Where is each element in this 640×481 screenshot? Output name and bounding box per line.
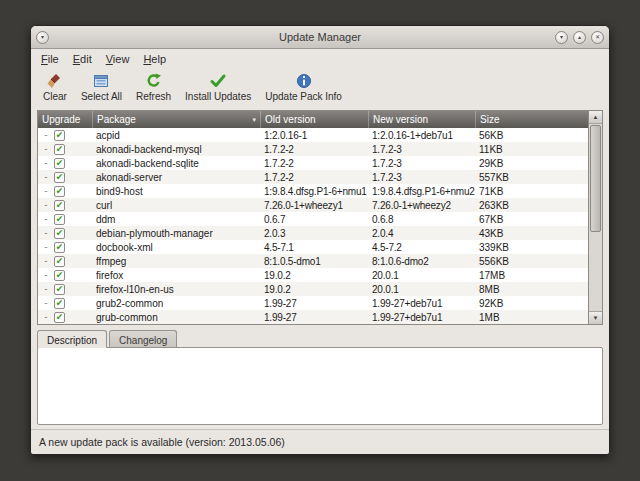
- tree-expander[interactable]: -: [38, 284, 54, 294]
- refresh-button[interactable]: Refresh: [129, 70, 178, 103]
- cell-old-version: 1:9.8.4.dfsg.P1-6+nmu1: [260, 186, 368, 197]
- cell-new-version: 8:1.0.6-dmo2: [368, 256, 475, 267]
- tree-expander[interactable]: -: [38, 228, 54, 238]
- update-pack-info-button-label: Update Pack Info: [265, 91, 342, 102]
- table-row[interactable]: - ✔ akonadi-server 1.7.2-2 1.7.2-3 557KB: [38, 170, 588, 184]
- table-row[interactable]: - ✔ acpid 1:2.0.16-1 1:2.0.16-1+deb7u1 5…: [38, 128, 588, 142]
- cell-package: acpid: [92, 130, 260, 141]
- package-checkbox[interactable]: ✔: [54, 130, 65, 141]
- cell-new-version: 1.7.2-3: [368, 172, 475, 183]
- cell-size: 1MB: [475, 312, 588, 323]
- table-row[interactable]: - ✔ grub2-common 1.99-27 1.99-27+deb7u1 …: [38, 296, 588, 310]
- tree-expander[interactable]: -: [38, 172, 54, 182]
- cell-size: 71KB: [475, 186, 588, 197]
- table-row[interactable]: - ✔ firefox-l10n-en-us 19.0.2 20.0.1 8MB: [38, 282, 588, 296]
- table-row[interactable]: - ✔ akonadi-backend-sqlite 1.7.2-2 1.7.2…: [38, 156, 588, 170]
- tree-expander[interactable]: -: [38, 158, 54, 168]
- scrollbar-track[interactable]: [589, 124, 602, 311]
- column-header-package[interactable]: Package ▾: [92, 111, 260, 128]
- scroll-up-button[interactable]: ▲: [589, 111, 602, 124]
- table-row[interactable]: - ✔ debian-plymouth-manager 2.0.3 2.0.4 …: [38, 226, 588, 240]
- cell-old-version: 1:2.0.16-1: [260, 130, 368, 141]
- cell-new-version: 20.0.1: [368, 270, 475, 281]
- titlebar[interactable]: Update Manager ▾ ▾ ▴ ✕: [31, 26, 609, 49]
- tab-changelog[interactable]: Changelog: [109, 330, 177, 347]
- menu-item-view[interactable]: View: [99, 51, 137, 67]
- table-row[interactable]: - ✔ grub-common 1.99-27 1.99-27+deb7u1 1…: [38, 310, 588, 324]
- tree-expander[interactable]: -: [38, 242, 54, 252]
- cell-package: grub2-common: [92, 298, 260, 309]
- cell-size: 67KB: [475, 214, 588, 225]
- package-checkbox[interactable]: ✔: [54, 228, 65, 239]
- scroll-down-button[interactable]: ▼: [589, 311, 602, 324]
- package-checkbox[interactable]: ✔: [54, 214, 65, 225]
- cell-old-version: 8:1.0.5-dmo1: [260, 256, 368, 267]
- checkmark-icon: ✔: [56, 298, 64, 307]
- column-header-size[interactable]: Size: [475, 111, 588, 128]
- package-checkbox[interactable]: ✔: [54, 200, 65, 211]
- menu-item-file[interactable]: File: [34, 51, 66, 67]
- tree-expander[interactable]: -: [38, 256, 54, 266]
- cell-package: ddm: [92, 214, 260, 225]
- update-pack-info-button[interactable]: Update Pack Info: [258, 70, 349, 103]
- checkmark-icon: ✔: [56, 270, 64, 279]
- tree-expander[interactable]: -: [38, 186, 54, 196]
- table-row[interactable]: - ✔ bind9-host 1:9.8.4.dfsg.P1-6+nmu1 1:…: [38, 184, 588, 198]
- checkmark-icon: ✔: [56, 172, 64, 181]
- cell-new-version: 1.99-27+deb7u1: [368, 298, 475, 309]
- tab-description[interactable]: Description: [37, 330, 107, 348]
- description-panel: [37, 347, 603, 425]
- package-checkbox[interactable]: ✔: [54, 242, 65, 253]
- window-title: Update Manager: [31, 31, 609, 43]
- checkmark-icon: ✔: [56, 158, 64, 167]
- install-updates-button[interactable]: Install Updates: [178, 70, 258, 103]
- package-checkbox[interactable]: ✔: [54, 312, 65, 323]
- select-all-button[interactable]: Select All: [74, 70, 129, 103]
- column-header-new-version[interactable]: New version: [368, 111, 475, 128]
- statusbar: A new update pack is available (version:…: [31, 429, 609, 454]
- cell-package: firefox-l10n-en-us: [92, 284, 260, 295]
- select-all-icon: [90, 72, 112, 90]
- package-checkbox[interactable]: ✔: [54, 186, 65, 197]
- tree-expander[interactable]: -: [38, 298, 54, 308]
- cell-package: debian-plymouth-manager: [92, 228, 260, 239]
- tree-expander[interactable]: -: [38, 130, 54, 140]
- package-checkbox[interactable]: ✔: [54, 284, 65, 295]
- tree-expander[interactable]: -: [38, 144, 54, 154]
- table-row[interactable]: - ✔ curl 7.26.0-1+wheezy1 7.26.0-1+wheez…: [38, 198, 588, 212]
- package-checkbox[interactable]: ✔: [54, 270, 65, 281]
- package-checkbox[interactable]: ✔: [54, 144, 65, 155]
- cell-size: 92KB: [475, 298, 588, 309]
- clear-button[interactable]: Clear: [36, 70, 74, 103]
- menu-item-help[interactable]: Help: [136, 51, 173, 67]
- package-checkbox[interactable]: ✔: [54, 172, 65, 183]
- table-row[interactable]: - ✔ firefox 19.0.2 20.0.1 17MB: [38, 268, 588, 282]
- cell-size: 43KB: [475, 228, 588, 239]
- package-checkbox[interactable]: ✔: [54, 158, 65, 169]
- column-header-old-version[interactable]: Old version: [260, 111, 368, 128]
- scrollbar-thumb[interactable]: [590, 125, 601, 232]
- cell-new-version: 0.6.8: [368, 214, 475, 225]
- package-table-body: - ✔ acpid 1:2.0.16-1 1:2.0.16-1+deb7u1 5…: [38, 128, 588, 324]
- table-row[interactable]: - ✔ ffmpeg 8:1.0.5-dmo1 8:1.0.6-dmo2 556…: [38, 254, 588, 268]
- table-row[interactable]: - ✔ ddm 0.6.7 0.6.8 67KB: [38, 212, 588, 226]
- column-header-upgrade[interactable]: Upgrade: [38, 111, 92, 128]
- package-checkbox[interactable]: ✔: [54, 256, 65, 267]
- package-checkbox[interactable]: ✔: [54, 298, 65, 309]
- menu-item-edit[interactable]: Edit: [66, 51, 99, 67]
- checkmark-icon: ✔: [56, 200, 64, 209]
- cell-new-version: 1:9.8.4.dfsg.P1-6+nmu2: [368, 186, 475, 197]
- tree-expander[interactable]: -: [38, 200, 54, 210]
- checkmark-icon: ✔: [56, 228, 64, 237]
- checkmark-icon: ✔: [56, 242, 64, 251]
- cell-size: 263KB: [475, 200, 588, 211]
- tree-expander[interactable]: -: [38, 270, 54, 280]
- cell-old-version: 1.99-27: [260, 298, 368, 309]
- checkmark-icon: ✔: [56, 186, 64, 195]
- table-row[interactable]: - ✔ akonadi-backend-mysql 1.7.2-2 1.7.2-…: [38, 142, 588, 156]
- tree-expander[interactable]: -: [38, 214, 54, 224]
- cell-old-version: 7.26.0-1+wheezy1: [260, 200, 368, 211]
- vertical-scrollbar[interactable]: ▲ ▼: [588, 111, 602, 324]
- table-row[interactable]: - ✔ docbook-xml 4.5-7.1 4.5-7.2 339KB: [38, 240, 588, 254]
- tree-expander[interactable]: -: [38, 312, 54, 322]
